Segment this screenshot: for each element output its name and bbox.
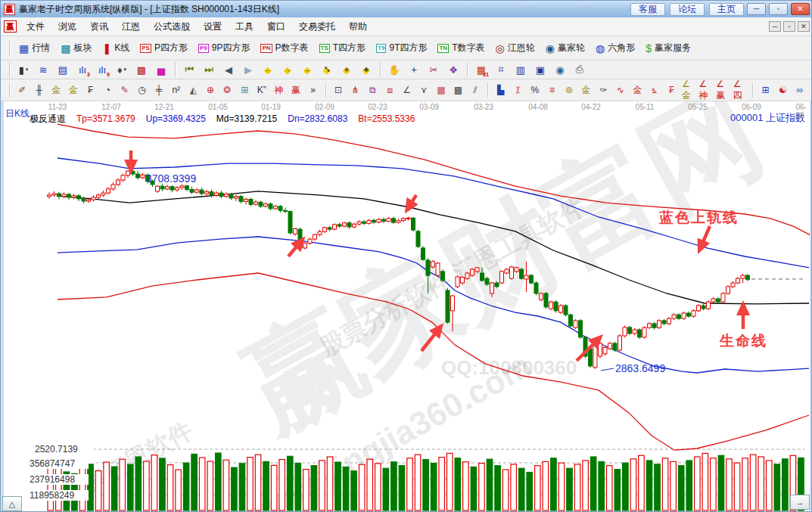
f-ruler-button[interactable]: ₣ bbox=[82, 82, 98, 98]
nine-t-square-button[interactable]: T99T四方形 bbox=[372, 39, 431, 57]
wave-tool-button[interactable]: ∿ bbox=[613, 82, 629, 98]
forum-button[interactable]: 论坛 bbox=[670, 3, 705, 16]
doc-tool-button[interactable]: ▤ bbox=[54, 62, 72, 78]
ying-tool-button[interactable]: 赢 bbox=[288, 82, 304, 98]
diamond-left-button[interactable]: ◆← bbox=[259, 62, 277, 78]
kline-button[interactable]: ❚K线 bbox=[98, 39, 134, 57]
gold-ruler2-button[interactable]: 金 bbox=[66, 82, 82, 98]
menu-帮助[interactable]: 帮助 bbox=[342, 19, 374, 34]
box-diagonal-button[interactable]: ⧈ bbox=[382, 82, 398, 98]
diamond-allmove-button[interactable]: ◆✥ bbox=[357, 62, 375, 78]
yinyang-button[interactable]: ☯ bbox=[775, 82, 791, 98]
gann-circle-button[interactable]: ⊕ bbox=[203, 82, 219, 98]
magic-tool-button[interactable]: ❖ bbox=[444, 62, 462, 78]
gold-percent-button[interactable]: 金 bbox=[630, 82, 646, 98]
box-measure-button[interactable]: ⊡ bbox=[331, 82, 347, 98]
print-button[interactable]: ⎙ bbox=[571, 62, 589, 78]
pan-hand-button[interactable]: ✋ bbox=[385, 62, 403, 78]
measure-percent-button[interactable]: ▙ bbox=[493, 82, 509, 98]
candlestick-chart[interactable]: 赢家财富网赢家江恩软件股票分析软件 江恩工具软件www.yingjia360.c… bbox=[1, 101, 812, 512]
winner-wheel-button[interactable]: ◉赢家轮 bbox=[541, 39, 590, 57]
crosshair-button[interactable]: ＋ bbox=[405, 62, 423, 78]
menu-公式选股[interactable]: 公式选股 bbox=[147, 19, 197, 34]
gold-lines-button[interactable]: 金 bbox=[578, 82, 594, 98]
mirror-angle-button[interactable]: ◭ bbox=[185, 82, 201, 98]
parallel-lines-button[interactable]: ⫽ bbox=[468, 82, 484, 98]
zigzag-tool-button[interactable]: ≋ bbox=[34, 62, 52, 78]
minimize-button[interactable]: ─ bbox=[747, 3, 766, 15]
gold-ruler-button[interactable]: 金 bbox=[48, 82, 64, 98]
calculator-button[interactable]: ⌗ bbox=[492, 62, 510, 78]
menu-交易委托[interactable]: 交易委托 bbox=[292, 19, 342, 34]
volume-toggle-button[interactable]: △ bbox=[2, 496, 22, 511]
k-notation-button[interactable]: K” bbox=[254, 82, 269, 98]
child-minimize-button[interactable]: ─ bbox=[769, 21, 781, 32]
sectors-button[interactable]: ▩板块 bbox=[56, 39, 96, 57]
percent-button[interactable]: % bbox=[527, 82, 543, 98]
winner-service-button[interactable]: $赢家服务 bbox=[641, 39, 695, 57]
more-tools-button[interactable]: » bbox=[305, 82, 321, 98]
grid-tool-button[interactable]: ▦ bbox=[434, 82, 450, 98]
ruler2-button[interactable]: ╪ bbox=[151, 82, 167, 98]
clock-tool-button[interactable]: ◷ bbox=[134, 82, 150, 98]
close-button[interactable]: ✕ bbox=[791, 3, 810, 15]
menu-窗口[interactable]: 窗口 bbox=[260, 19, 292, 34]
menu-江恩[interactable]: 江恩 bbox=[115, 19, 147, 34]
diamond-hmove-button[interactable]: ◆↔ bbox=[298, 62, 316, 78]
menu-文件[interactable]: 文件 bbox=[20, 19, 51, 34]
f-angle-button[interactable]: ₣ bbox=[664, 82, 680, 98]
t-square-button[interactable]: TST四方形 bbox=[315, 39, 371, 57]
web-export-button[interactable]: ◉ bbox=[551, 62, 569, 78]
square-web-button[interactable]: ⊞ bbox=[237, 82, 253, 98]
percent-line-button[interactable]: ⁒ bbox=[510, 82, 526, 98]
t-number-table-button[interactable]: TNT数字表 bbox=[433, 39, 489, 57]
calendar-button[interactable]: ▦21 bbox=[472, 62, 490, 78]
ying-angle-button[interactable]: ∠赢 bbox=[715, 82, 731, 98]
menu-浏览[interactable]: 浏览 bbox=[51, 19, 83, 34]
last-bar-button[interactable]: ⏭ bbox=[200, 62, 218, 78]
next-bar-button[interactable]: ▶ bbox=[239, 62, 257, 78]
star-web-button[interactable]: ❂ bbox=[219, 82, 235, 98]
market-button[interactable]: ▦行情 bbox=[14, 39, 54, 57]
j-angle-button[interactable]: ⦩ bbox=[647, 82, 663, 98]
scroll-right-button[interactable]: → bbox=[790, 495, 810, 510]
child-restore-button[interactable]: ▫ bbox=[783, 21, 795, 32]
infinity-button[interactable]: ∞ bbox=[792, 82, 808, 98]
gann-wheel-button[interactable]: ◎江恩轮 bbox=[490, 39, 539, 57]
draw-pen-button[interactable]: ✐ bbox=[14, 82, 30, 98]
homepage-button[interactable]: 主页 bbox=[709, 3, 744, 16]
angle-line-button[interactable]: ∠ bbox=[399, 82, 415, 98]
color-bars-tool-button[interactable]: ▅ bbox=[152, 62, 170, 78]
grid-color-button[interactable]: ⊞ bbox=[758, 82, 773, 98]
p-square-button[interactable]: PSP四方形 bbox=[135, 39, 192, 57]
si-angle-button[interactable]: ∠四 bbox=[733, 82, 748, 98]
nine-p-square-button[interactable]: P99P四方形 bbox=[194, 39, 254, 57]
first-bar-button[interactable]: ⏮ bbox=[180, 62, 198, 78]
shen-tool-button[interactable]: 神 bbox=[271, 82, 287, 98]
red-grid-tool-button[interactable]: ▩ bbox=[132, 62, 151, 78]
ruler-h-button[interactable]: ╫ bbox=[32, 82, 48, 98]
notes-button[interactable]: ▥ bbox=[512, 62, 530, 78]
pen2-tool-button[interactable]: ✎ bbox=[117, 82, 133, 98]
period-dropdown-button[interactable]: ▮▾ bbox=[14, 62, 33, 78]
restore-button[interactable]: ▫ bbox=[769, 3, 788, 15]
gold-circle-button[interactable]: ⊚ bbox=[562, 82, 577, 98]
diamond-expand-button[interactable]: ◆⤡ bbox=[318, 62, 336, 78]
chart-area[interactable]: 日K线 000001 上证指数 极反通道Tp=3571.3679Up=3369.… bbox=[1, 101, 812, 512]
child-close-button[interactable]: ✕ bbox=[798, 21, 810, 32]
p-number-table-button[interactable]: PNP数字表 bbox=[256, 39, 313, 57]
grid-tool2-button[interactable]: ▩ bbox=[450, 82, 466, 98]
hexagon-button[interactable]: ◍六角形 bbox=[591, 39, 639, 57]
diamond-cross-button[interactable]: ◆✛ bbox=[338, 62, 356, 78]
menu-资讯[interactable]: 资讯 bbox=[83, 19, 115, 34]
diamond-right-button[interactable]: ◆→ bbox=[278, 62, 297, 78]
candle-dropdown-button[interactable]: ♦▾ bbox=[113, 62, 131, 78]
bars3-tool-button[interactable]: ılı3 bbox=[73, 62, 92, 78]
shen-angle-button[interactable]: ∠神 bbox=[698, 82, 714, 98]
menu-设置[interactable]: 设置 bbox=[197, 19, 229, 34]
cut-tool-button[interactable]: ✂ bbox=[425, 62, 443, 78]
customer-service-button[interactable]: 客服 bbox=[630, 3, 665, 16]
gold-angle-button[interactable]: ∠金 bbox=[681, 82, 697, 98]
percent-levels-button[interactable]: ≡ bbox=[544, 82, 560, 98]
save-button[interactable]: ▣ bbox=[531, 62, 549, 78]
